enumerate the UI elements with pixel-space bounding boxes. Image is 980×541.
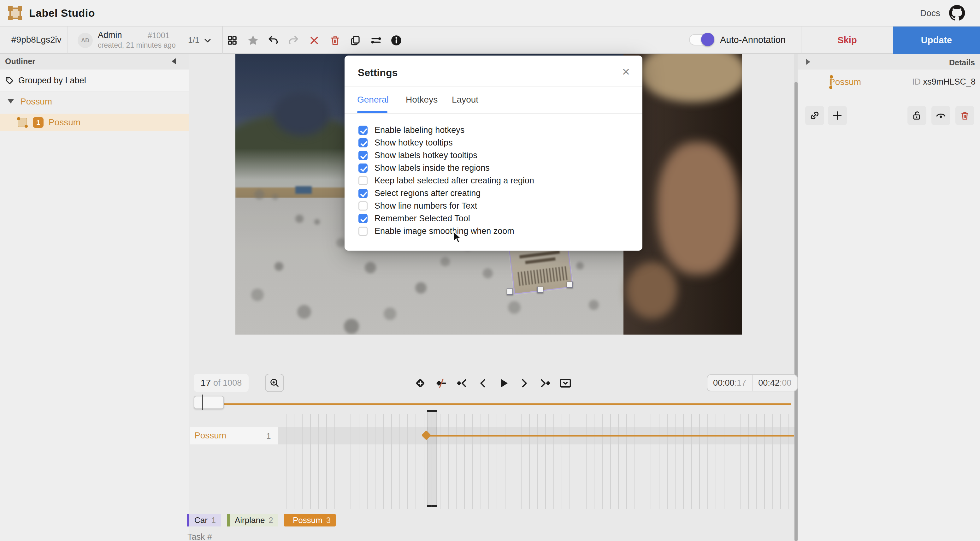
checkbox-remember-selected-tool[interactable] — [358, 214, 368, 223]
lock-region-button[interactable] — [907, 106, 926, 125]
auto-annotation-toggle-knob[interactable] — [701, 33, 714, 46]
grouping-selector[interactable]: Grouped by Label — [0, 70, 189, 92]
hide-region-button[interactable] — [931, 106, 950, 125]
track-region-count: 1 — [266, 431, 271, 441]
top-header — [0, 0, 980, 27]
seekbar-position-marker[interactable] — [202, 395, 203, 411]
tree-region-possum[interactable]: 1 Possum — [0, 114, 189, 131]
tree-collapse-caret-icon[interactable] — [8, 99, 14, 103]
add-meta-button[interactable] — [828, 106, 847, 125]
current-time-main: 00:00 — [713, 378, 735, 388]
setting-label: Enable image smoothing when zoom — [374, 226, 514, 236]
close-icon[interactable]: ✕ — [620, 66, 632, 78]
region-handle[interactable] — [537, 286, 543, 293]
tree-group-possum[interactable]: Possum — [20, 97, 52, 107]
region-handle[interactable] — [567, 282, 573, 288]
collapse-left-panel-icon[interactable] — [172, 58, 176, 64]
label-chip-airplane[interactable]: Airplane 2 — [227, 514, 278, 527]
label-hotkey: 1 — [212, 516, 216, 525]
previous-frame-button[interactable] — [476, 376, 490, 390]
delete-icon[interactable] — [328, 33, 342, 47]
setting-row: Select regions after creating — [358, 188, 480, 198]
star-icon[interactable] — [246, 33, 260, 47]
region-id-value: xs9mHLSC_8 — [923, 77, 975, 86]
github-icon[interactable] — [949, 5, 965, 21]
next-frame-button[interactable] — [517, 376, 531, 390]
tab-layout[interactable]: Layout — [452, 95, 478, 105]
keyframe-span-line[interactable] — [430, 435, 794, 436]
checkbox-show-line-numbers[interactable] — [358, 201, 368, 210]
annotation-created: created, 21 minutes ago — [98, 41, 176, 49]
region-bbox-icon — [18, 118, 27, 127]
docs-link[interactable]: Docs — [920, 8, 940, 18]
unlock-icon — [912, 110, 922, 121]
setting-label: Select regions after creating — [374, 188, 480, 198]
undo-icon[interactable] — [266, 33, 280, 47]
region-handle[interactable] — [507, 288, 513, 295]
relations-link-button[interactable] — [805, 106, 824, 125]
settings-sliders-icon[interactable] — [369, 33, 383, 47]
previous-keyframe-button[interactable] — [455, 376, 469, 390]
setting-row: Keep label selected after creating a reg… — [358, 175, 534, 186]
add-keyframe-button[interactable] — [413, 376, 427, 390]
details-title: Details — [798, 58, 975, 67]
seekbar-line[interactable] — [197, 403, 791, 405]
track-label-possum[interactable]: Possum — [194, 431, 226, 441]
mouse-cursor — [453, 231, 463, 245]
label-color-bar — [227, 514, 230, 527]
trash-icon — [960, 110, 970, 121]
divider — [345, 113, 643, 114]
chevron-down-icon[interactable] — [203, 36, 212, 45]
annotator-name: Admin — [98, 30, 122, 40]
eye-icon — [935, 110, 947, 121]
duplicate-icon[interactable] — [348, 33, 362, 47]
outliner-title: Outliner — [5, 57, 35, 66]
setting-label: Show labels hotkey tooltips — [374, 151, 477, 160]
link-icon — [809, 110, 820, 121]
grouping-label: Grouped by Label — [18, 76, 86, 86]
next-keyframe-button[interactable] — [538, 376, 552, 390]
redo-icon[interactable] — [286, 33, 301, 47]
region-id-label: ID — [912, 77, 921, 86]
main-scrollbar-thumb[interactable] — [794, 82, 798, 541]
checkbox-show-hotkey-tooltips[interactable] — [358, 138, 368, 147]
skip-button[interactable]: Skip — [801, 27, 893, 54]
info-icon[interactable] — [389, 33, 403, 47]
playhead-top-cap[interactable] — [427, 411, 437, 412]
annotator-avatar[interactable]: AD — [78, 33, 93, 48]
tab-hotkeys[interactable]: Hotkeys — [406, 95, 438, 105]
checkbox-show-labels-inside-regions[interactable] — [358, 164, 368, 173]
tag-icon — [5, 76, 14, 85]
setting-row: Show line numbers for Text — [358, 201, 477, 211]
delete-region-button[interactable] — [955, 106, 974, 125]
total-time[interactable]: 00:42:00 — [752, 375, 797, 391]
label-chip-possum[interactable]: Possum 3 — [284, 514, 336, 527]
play-button[interactable] — [496, 376, 511, 390]
setting-label: Show labels inside the regions — [374, 163, 490, 173]
reset-icon[interactable] — [307, 33, 321, 47]
update-button[interactable]: Update — [893, 27, 980, 54]
checkbox-keep-label-selected[interactable] — [358, 176, 368, 185]
time-display: 00:00:17 00:42:00 — [707, 374, 798, 391]
toggle-timeline-button[interactable] — [558, 376, 572, 390]
checkbox-select-regions-after-creating[interactable] — [358, 189, 368, 198]
frame-counter[interactable]: 17 of 1008 — [194, 374, 249, 392]
current-time[interactable]: 00:00:17 — [707, 375, 752, 391]
checkbox-enable-labeling-hotkeys[interactable] — [358, 126, 368, 135]
label-studio-app: Label Studio Docs #9pb8Lgs2iv AD Admin #… — [0, 0, 980, 541]
current-time-frames: :17 — [735, 378, 746, 388]
timeline-zoom-button[interactable] — [265, 374, 284, 392]
annotation-pager: 1/1 — [188, 35, 199, 45]
setting-label: Show line numbers for Text — [374, 201, 477, 211]
total-time-frames: :00 — [780, 378, 792, 388]
seekbar-handle[interactable] — [194, 396, 224, 409]
checkbox-enable-image-smoothing[interactable] — [358, 227, 368, 236]
label-chip-car[interactable]: Car 1 — [187, 514, 221, 527]
checkbox-show-labels-hotkey-tooltips[interactable] — [358, 151, 368, 160]
setting-label: Remember Selected Tool — [374, 214, 470, 223]
divider — [345, 86, 643, 87]
remove-keyframe-button[interactable] — [434, 376, 448, 390]
grid-view-icon[interactable] — [225, 33, 239, 47]
tab-general[interactable]: General — [357, 95, 389, 105]
frame-grid[interactable] — [190, 411, 794, 512]
